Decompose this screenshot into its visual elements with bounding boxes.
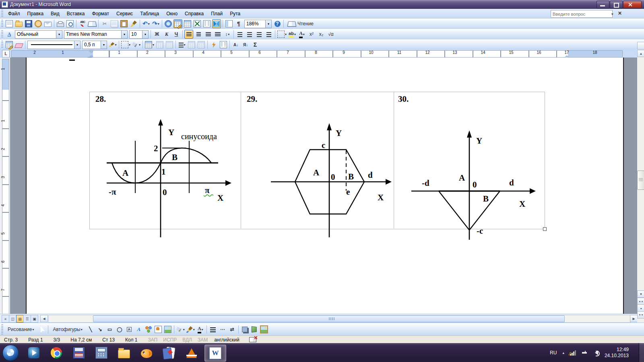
menu-tools[interactable]: Сервис bbox=[113, 10, 136, 18]
menu-play-addin[interactable]: Плай bbox=[207, 10, 226, 18]
menu-view[interactable]: Вид bbox=[47, 10, 63, 18]
taskbar-explorer-button[interactable] bbox=[114, 345, 134, 361]
language-indicator[interactable]: RU bbox=[550, 350, 557, 356]
border-color-button[interactable]: ▾ bbox=[108, 40, 117, 49]
horizontal-scrollbar[interactable] bbox=[48, 315, 631, 323]
line-color-dropdown[interactable]: ▾ bbox=[193, 328, 195, 331]
permission-button[interactable] bbox=[34, 19, 43, 28]
insert-picture-button[interactable] bbox=[163, 325, 172, 334]
arrow-button[interactable]: ↘ bbox=[96, 325, 105, 334]
close-button[interactable] bbox=[623, 1, 642, 8]
line-style-button[interactable] bbox=[208, 325, 217, 334]
sort-ascending-button[interactable]: А↓ bbox=[231, 40, 240, 49]
figure-30-triangle[interactable]: Y -d A 0 d B -c X bbox=[394, 92, 544, 243]
drawing-resize-handle[interactable] bbox=[543, 227, 547, 231]
taskbar-vlc-button[interactable] bbox=[181, 345, 202, 361]
status-mode-ext[interactable]: ВДЛ bbox=[182, 337, 192, 343]
split-cells-button[interactable] bbox=[165, 40, 174, 49]
taskbar-calculator-button[interactable] bbox=[91, 345, 112, 361]
chevron-down-icon[interactable]: ▾ bbox=[56, 31, 62, 38]
menu-insert[interactable]: Вставка bbox=[63, 10, 89, 18]
taskbar-disk-button[interactable] bbox=[68, 345, 89, 361]
insert-excel-button[interactable] bbox=[193, 19, 202, 28]
rectangle-button[interactable]: ▭ bbox=[105, 325, 114, 334]
chevron-down-icon[interactable]: ▾ bbox=[74, 41, 80, 49]
toolbar-close-icon[interactable]: ✕ bbox=[617, 10, 623, 17]
network-icon[interactable]: ⚠ bbox=[570, 350, 576, 356]
show-desktop-button[interactable] bbox=[639, 343, 644, 362]
align-left-button[interactable] bbox=[184, 30, 193, 39]
restore-button[interactable] bbox=[610, 1, 623, 8]
ask-question-input[interactable] bbox=[551, 12, 611, 16]
font-color-button[interactable]: А▾ bbox=[297, 30, 306, 39]
table-autoformat-button[interactable] bbox=[209, 40, 218, 49]
tables-and-borders-button[interactable] bbox=[173, 19, 182, 28]
chevron-down-icon[interactable]: ▾ bbox=[142, 31, 148, 38]
figure-29-hexagon[interactable]: Y c A 0 B d e X bbox=[241, 92, 394, 241]
border-color-dropdown[interactable]: ▾ bbox=[115, 43, 116, 47]
font-combo[interactable]: Times New Roman ▾ bbox=[64, 30, 128, 39]
save-button[interactable] bbox=[24, 19, 33, 28]
decrease-indent-button[interactable] bbox=[255, 30, 264, 39]
cell-alignment-button[interactable]: ▾ bbox=[178, 40, 186, 49]
insert-table-dropdown[interactable]: ▾ bbox=[153, 43, 154, 47]
borders-button[interactable]: ▾ bbox=[121, 40, 131, 49]
text-direction-button[interactable] bbox=[219, 40, 228, 49]
zoom-combo[interactable]: 186% ▾ bbox=[244, 20, 272, 28]
italic-button[interactable]: К bbox=[162, 30, 171, 39]
open-button[interactable] bbox=[14, 19, 23, 28]
horizontal-scrollbar-thumb[interactable] bbox=[93, 315, 565, 322]
scroll-right-button[interactable]: ▶ bbox=[630, 315, 638, 322]
select-browse-object-button[interactable]: ● bbox=[637, 304, 644, 312]
print-preview-button[interactable] bbox=[66, 19, 74, 28]
diagram-button[interactable] bbox=[144, 325, 153, 334]
borders-dropdown[interactable]: ▾ bbox=[129, 43, 130, 47]
vertical-scrollbar[interactable]: ▲ ▼ ▲▲ ● ▼▼ bbox=[637, 42, 644, 323]
drawing-toggle-button[interactable] bbox=[212, 19, 221, 28]
font-color-dropdown[interactable]: ▾ bbox=[303, 33, 305, 36]
menu-window[interactable]: Окно bbox=[163, 10, 181, 18]
justify-button[interactable] bbox=[213, 30, 222, 39]
reading-view-button[interactable]: ▣ bbox=[31, 315, 38, 323]
line-spacing-button[interactable]: ↕▾ bbox=[223, 30, 232, 39]
numbering-button[interactable] bbox=[235, 30, 244, 39]
print-layout-button[interactable]: ▤ bbox=[16, 315, 24, 323]
dash-style-button[interactable]: ⋯ bbox=[218, 325, 227, 334]
vertical-scrollbar-thumb[interactable] bbox=[637, 171, 644, 190]
remove-hardware-icon[interactable] bbox=[582, 350, 587, 355]
figure-28-sinusoid[interactable]: Y синусоида 2 B 1 A -π 0 π X bbox=[89, 92, 241, 241]
line-style-combo[interactable]: ▾ bbox=[27, 41, 80, 49]
scroll-up-button[interactable]: ▲ bbox=[637, 50, 644, 57]
spelling-status-icon[interactable] bbox=[249, 337, 256, 342]
next-page-button[interactable]: ▼▼ bbox=[637, 311, 644, 319]
distribute-columns-button[interactable] bbox=[197, 40, 206, 49]
mail-recipient-button[interactable] bbox=[43, 19, 52, 28]
scroll-down-button[interactable]: ▼ bbox=[637, 290, 644, 298]
autosum-button[interactable]: Σ bbox=[251, 40, 260, 49]
drawing-menu-button[interactable]: Рисование ▾ bbox=[5, 325, 37, 334]
shadow-style-button[interactable] bbox=[240, 325, 249, 334]
insert-hyperlink-button[interactable] bbox=[164, 19, 173, 28]
merge-cells-button[interactable] bbox=[155, 40, 164, 49]
hidden-icons-button[interactable]: ▴ bbox=[562, 351, 564, 355]
underline-button[interactable]: Ч bbox=[172, 30, 181, 39]
highlight-button[interactable]: ab▾ bbox=[288, 30, 297, 39]
menu-format[interactable]: Формат bbox=[88, 10, 113, 18]
print-button[interactable] bbox=[56, 19, 65, 28]
oval-button[interactable]: ◯ bbox=[115, 325, 124, 334]
fill-color-button[interactable]: ▾ bbox=[176, 325, 185, 334]
align-center-button[interactable] bbox=[194, 30, 203, 39]
line-button[interactable]: ╲ bbox=[86, 325, 95, 334]
line-spacing-dropdown[interactable]: ▾ bbox=[228, 33, 229, 36]
format-painter-button[interactable] bbox=[129, 19, 138, 28]
previous-page-button[interactable]: ▲▲ bbox=[637, 298, 644, 305]
toolbar-grip[interactable] bbox=[1, 324, 3, 335]
status-mode-ovr[interactable]: ЗАМ bbox=[198, 337, 208, 343]
autoshapes-menu-button[interactable]: Автофигуры ▾ bbox=[50, 325, 85, 334]
scroll-left-button[interactable]: ◀ bbox=[40, 315, 48, 322]
spelling-button[interactable]: ABC bbox=[78, 19, 87, 28]
web-layout-button[interactable]: ◫ bbox=[9, 315, 17, 323]
outline-view-button[interactable]: ☰ bbox=[23, 315, 31, 323]
subscript-button[interactable]: x₂ bbox=[317, 30, 326, 39]
align-right-button[interactable] bbox=[204, 30, 213, 39]
